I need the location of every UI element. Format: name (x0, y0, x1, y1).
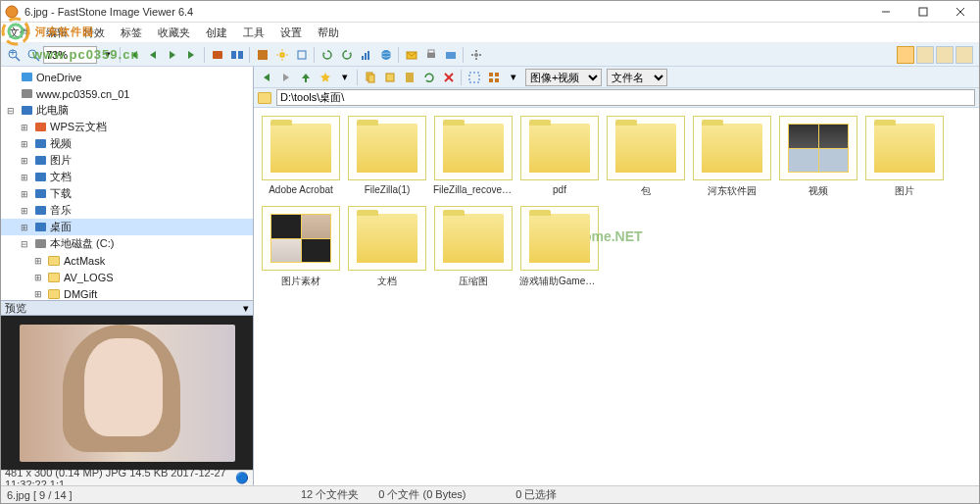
thumbnail-包[interactable]: 包 (605, 116, 687, 198)
expand-icon[interactable]: ⊞ (19, 222, 30, 233)
scan-icon[interactable] (441, 45, 460, 64)
thumbnail-label: FileZilla_recovered (433, 184, 514, 195)
menu-tools[interactable]: 工具 (239, 24, 269, 42)
thumbnail-文档[interactable]: 文档 (346, 206, 428, 288)
email-icon[interactable] (402, 45, 420, 64)
history-icon[interactable]: ▾ (335, 68, 354, 86)
nav-next-icon[interactable] (163, 45, 181, 64)
expand-icon[interactable]: ⊞ (19, 155, 30, 167)
copy-icon[interactable] (361, 68, 379, 86)
tree-item-文档[interactable]: ⊞文档 (1, 169, 253, 185)
view-list-button[interactable] (916, 46, 934, 64)
expand-icon[interactable]: ⊟ (19, 238, 30, 250)
view-thumbnails-button[interactable] (897, 46, 914, 64)
thumbnail-Adobe Acrobat[interactable]: Adobe Acrobat (260, 116, 342, 198)
forward-icon[interactable] (276, 68, 295, 86)
menu-effects[interactable]: 特效 (79, 24, 109, 42)
nav-prev-icon[interactable] (143, 45, 162, 64)
brightness-icon[interactable] (272, 45, 291, 64)
info-icon[interactable]: 🔵 (235, 472, 249, 484)
thumbnail-grid[interactable]: www.nHome.NET Adobe AcrobatFileZilla(1)F… (254, 108, 979, 485)
thumbnail-压缩图[interactable]: 压缩图 (432, 206, 514, 288)
expand-icon[interactable] (5, 88, 17, 100)
zoom-dropdown-icon[interactable]: ▾ (98, 45, 117, 64)
tree-item-本地磁盘 (C:)[interactable]: ⊟本地磁盘 (C:) (1, 235, 253, 252)
tree-label: ActMask (64, 255, 105, 267)
thumbnail-图片素材[interactable]: 图片素材 (260, 206, 342, 288)
thumbnail-FileZilla(1)[interactable]: FileZilla(1) (346, 116, 428, 198)
zoom-select[interactable] (43, 46, 97, 64)
move-icon[interactable] (380, 68, 399, 86)
thumbnail-河东软件园[interactable]: 河东软件园 (691, 116, 773, 198)
paste-icon[interactable] (400, 68, 418, 86)
tree-item-桌面[interactable]: ⊞桌面 (1, 219, 253, 235)
expand-icon[interactable]: ⊞ (19, 138, 30, 150)
refresh-icon[interactable] (419, 68, 438, 86)
expand-icon[interactable]: ⊞ (19, 172, 30, 183)
grid-icon[interactable] (484, 68, 503, 86)
slideshow-icon[interactable] (208, 45, 226, 64)
view-fullscreen-button[interactable] (956, 46, 973, 64)
zoom-in-icon[interactable]: + (4, 45, 23, 64)
expand-icon[interactable]: ⊞ (19, 188, 30, 200)
thumbnail-图片[interactable]: 图片 (863, 116, 946, 198)
rotate-right-icon[interactable] (337, 45, 356, 64)
edit-icon[interactable] (292, 45, 311, 64)
path-input[interactable] (276, 89, 975, 106)
menu-tags[interactable]: 标签 (117, 24, 146, 42)
thumbnail-游戏辅助GameOfM...[interactable]: 游戏辅助GameOfM... (518, 206, 601, 288)
menu-edit[interactable]: 编辑 (42, 24, 72, 42)
tree-item-ActMask[interactable]: ⊞ActMask (1, 252, 253, 269)
tree-item-AV_LOGS[interactable]: ⊞AV_LOGS (1, 269, 253, 285)
delete-icon[interactable] (439, 68, 458, 86)
thumbnail-FileZilla_recovered[interactable]: FileZilla_recovered (432, 116, 514, 198)
expand-icon[interactable]: ⊟ (5, 105, 17, 117)
expand-icon[interactable]: ⊞ (32, 272, 44, 283)
thumbnail-pdf[interactable]: pdf (518, 116, 601, 198)
tree-item-音乐[interactable]: ⊞音乐 (1, 202, 253, 219)
minimize-button[interactable] (867, 1, 905, 23)
globe-icon[interactable] (376, 45, 395, 64)
expand-icon[interactable]: ⊞ (32, 288, 44, 300)
nav-last-icon[interactable] (182, 45, 201, 64)
sort-icon[interactable]: ▾ (504, 68, 522, 86)
settings-icon[interactable] (466, 45, 485, 64)
tree-item-DMGift[interactable]: ⊞DMGift (1, 285, 253, 300)
folder-tree[interactable]: OneDrivewww.pc0359.cn_01⊟此电脑⊞WPS云文档⊞视频⊞图… (1, 67, 253, 300)
sort-select[interactable]: 文件名 (607, 69, 667, 86)
preview-pane[interactable] (1, 316, 253, 470)
menu-settings[interactable]: 设置 (276, 24, 306, 42)
maximize-button[interactable] (905, 1, 942, 23)
histogram-icon[interactable] (357, 45, 375, 64)
tree-item-WPS云文档[interactable]: ⊞WPS云文档 (1, 119, 253, 135)
image-icon[interactable] (253, 45, 271, 64)
menu-help[interactable]: 帮助 (314, 24, 343, 42)
tree-item-图片[interactable]: ⊞图片 (1, 152, 253, 169)
expand-icon[interactable]: ⊞ (19, 205, 30, 217)
tree-item-视频[interactable]: ⊞视频 (1, 135, 253, 152)
print-icon[interactable] (421, 45, 440, 64)
tree-item-下载[interactable]: ⊞下载 (1, 185, 253, 202)
expand-icon[interactable]: ⊞ (19, 122, 30, 133)
back-icon[interactable] (257, 68, 275, 86)
zoom-out-icon[interactable] (24, 45, 42, 64)
nav-first-icon[interactable] (123, 45, 142, 64)
menu-favorites[interactable]: 收藏夹 (154, 24, 194, 42)
expand-icon[interactable]: ⊞ (32, 255, 44, 267)
tree-item-此电脑[interactable]: ⊟此电脑 (1, 102, 253, 119)
preview-collapse-icon[interactable]: ▾ (243, 302, 249, 315)
rotate-left-icon[interactable] (318, 45, 336, 64)
menu-create[interactable]: 创建 (202, 24, 231, 42)
compare-icon[interactable] (227, 45, 246, 64)
tree-item-OneDrive[interactable]: OneDrive (1, 69, 253, 85)
up-icon[interactable] (296, 68, 315, 86)
menu-file[interactable]: 文件 (5, 24, 34, 42)
expand-icon[interactable] (5, 72, 17, 83)
thumbnail-视频[interactable]: 视频 (777, 116, 859, 198)
view-details-button[interactable] (936, 46, 954, 64)
select-icon[interactable] (465, 68, 483, 86)
favorite-icon[interactable] (316, 68, 334, 86)
close-button[interactable] (942, 1, 979, 23)
filter-type-select[interactable]: 图像+视频 (525, 69, 602, 86)
tree-item-www.pc0359.cn_01[interactable]: www.pc0359.cn_01 (1, 85, 253, 102)
